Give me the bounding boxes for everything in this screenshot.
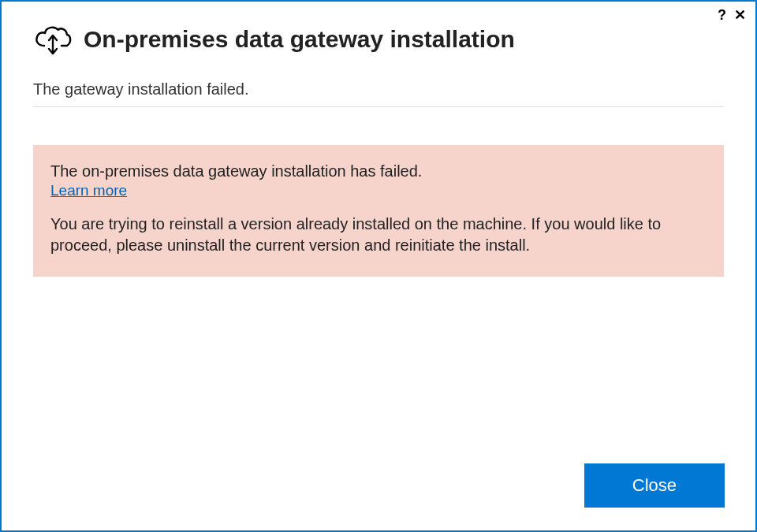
status-message: The gateway installation failed.: [33, 63, 724, 107]
learn-more-link[interactable]: Learn more: [50, 182, 127, 199]
error-heading: The on-premises data gateway installatio…: [50, 162, 707, 180]
content-area: The gateway installation failed. The on-…: [2, 63, 755, 464]
help-icon[interactable]: ?: [718, 8, 726, 22]
cloud-gateway-icon: [33, 24, 73, 55]
titlebar-controls: ? ✕: [718, 8, 746, 22]
error-panel: The on-premises data gateway installatio…: [33, 145, 724, 277]
footer: Close: [2, 464, 755, 530]
error-detail: You are trying to reinstall a version al…: [50, 214, 707, 256]
close-icon[interactable]: ✕: [734, 8, 746, 22]
installer-window: ? ✕ On-premises data gateway installatio…: [0, 0, 757, 532]
header: On-premises data gateway installation: [2, 2, 755, 63]
close-button[interactable]: Close: [585, 464, 724, 507]
page-title: On-premises data gateway installation: [84, 26, 515, 53]
